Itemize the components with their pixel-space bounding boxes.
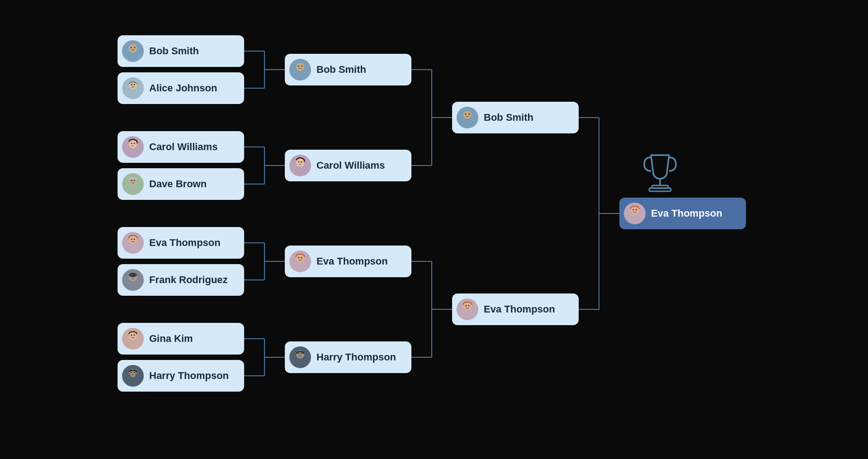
avatar-alice-r1 — [122, 77, 144, 99]
name-eva-r2: Eva Thompson — [316, 256, 388, 267]
svg-point-47 — [127, 245, 139, 253]
svg-point-84 — [462, 312, 473, 320]
r1-card-3: Carol Williams — [118, 131, 244, 163]
svg-point-71 — [296, 255, 304, 263]
svg-point-51 — [127, 282, 139, 290]
svg-point-39 — [127, 149, 139, 157]
name-gina-r1: Gina Kim — [149, 333, 193, 345]
avatar-gina-r1 — [122, 328, 144, 350]
svg-point-33 — [134, 47, 136, 48]
name-harry-r2: Harry Thompson — [316, 351, 396, 363]
svg-point-61 — [131, 371, 132, 373]
svg-point-70 — [301, 161, 302, 162]
svg-point-38 — [129, 140, 137, 148]
svg-point-74 — [301, 257, 302, 258]
svg-point-49 — [134, 238, 135, 240]
svg-point-32 — [131, 47, 132, 48]
name-frank-r1: Frank Rodriguez — [149, 274, 228, 286]
avatar-carol-r2 — [289, 155, 311, 176]
svg-point-80 — [462, 120, 473, 128]
svg-point-30 — [129, 44, 137, 52]
svg-point-55 — [129, 332, 137, 340]
name-bob-r3: Bob Smith — [484, 112, 533, 123]
svg-point-67 — [296, 159, 304, 167]
r1-card-6: Frank Rodriguez — [118, 264, 244, 296]
svg-point-43 — [127, 186, 139, 194]
svg-point-48 — [131, 238, 132, 240]
svg-point-54 — [129, 273, 137, 277]
name-carol-r1: Carol Williams — [149, 141, 217, 153]
svg-point-89 — [633, 209, 634, 210]
svg-point-46 — [129, 236, 137, 244]
svg-point-60 — [127, 378, 139, 386]
r2-card-3: Eva Thompson — [285, 246, 411, 277]
svg-point-41 — [134, 142, 135, 144]
svg-point-58 — [134, 334, 135, 336]
svg-point-83 — [463, 303, 472, 311]
svg-point-90 — [636, 209, 637, 210]
svg-point-79 — [463, 111, 472, 119]
svg-point-87 — [631, 207, 639, 215]
r3-card-1: Bob Smith — [452, 102, 579, 133]
name-dave-r1: Dave Brown — [149, 178, 207, 190]
final-winner-card: Eva Thompson — [619, 198, 746, 229]
svg-point-63 — [296, 63, 304, 71]
name-carol-r2: Carol Williams — [316, 160, 385, 171]
avatar-bob-r3 — [457, 107, 478, 128]
r3-card-2: Eva Thompson — [452, 293, 579, 325]
r2-card-4: Harry Thompson — [285, 341, 411, 373]
svg-point-65 — [298, 65, 299, 66]
svg-point-44 — [131, 180, 132, 181]
svg-point-88 — [629, 216, 641, 224]
r1-card-2: Alice Johnson — [118, 72, 244, 104]
avatar-eva-r2 — [289, 251, 311, 272]
svg-point-66 — [302, 65, 303, 66]
svg-point-68 — [294, 168, 306, 176]
svg-point-40 — [131, 142, 132, 144]
svg-point-77 — [298, 353, 300, 354]
svg-point-62 — [134, 371, 135, 373]
trophy-icon — [637, 153, 683, 195]
svg-point-31 — [127, 53, 139, 62]
svg-point-69 — [298, 161, 300, 162]
svg-point-85 — [466, 305, 467, 306]
svg-point-72 — [294, 264, 306, 272]
avatar-harry-r1 — [122, 365, 144, 387]
name-alice-r1: Alice Johnson — [149, 82, 217, 94]
svg-point-57 — [131, 334, 132, 336]
name-harry-r1: Harry Thompson — [149, 370, 229, 382]
svg-point-78 — [301, 353, 302, 354]
avatar-dave-r1 — [122, 173, 144, 195]
avatar-eva-final — [624, 203, 646, 224]
r2-card-2: Carol Williams — [285, 150, 411, 181]
name-bob-r2: Bob Smith — [316, 64, 366, 76]
svg-point-76 — [294, 360, 306, 368]
avatar-frank-r1 — [122, 269, 144, 291]
r1-card-8: Harry Thompson — [118, 360, 244, 392]
avatar-carol-r1 — [122, 136, 144, 158]
svg-point-86 — [468, 305, 470, 306]
svg-point-36 — [131, 84, 132, 85]
svg-point-56 — [127, 341, 139, 349]
r1-card-4: Dave Brown — [118, 168, 244, 200]
name-bob-r1: Bob Smith — [149, 45, 199, 57]
avatar-eva-r3 — [457, 298, 478, 320]
r1-card-1: Bob Smith — [118, 35, 244, 67]
name-eva-r1: Eva Thompson — [149, 237, 221, 249]
bracket-wrapper: Bob Smith Alice Johnson — [118, 26, 750, 433]
svg-point-82 — [469, 113, 470, 114]
name-eva-final: Eva Thompson — [651, 208, 722, 219]
avatar-eva-r1 — [122, 232, 144, 254]
name-eva-r3: Eva Thompson — [484, 303, 555, 315]
svg-rect-93 — [649, 188, 671, 191]
r1-card-7: Gina Kim — [118, 323, 244, 355]
avatar-bob-r2 — [289, 59, 311, 80]
avatar-harry-r2 — [289, 346, 311, 368]
svg-point-64 — [294, 72, 306, 80]
svg-point-81 — [465, 113, 467, 114]
svg-point-37 — [134, 84, 135, 85]
avatar-bob-r1 — [122, 40, 144, 62]
r2-card-1: Bob Smith — [285, 54, 411, 85]
svg-point-35 — [127, 90, 139, 99]
r1-card-5: Eva Thompson — [118, 227, 244, 259]
